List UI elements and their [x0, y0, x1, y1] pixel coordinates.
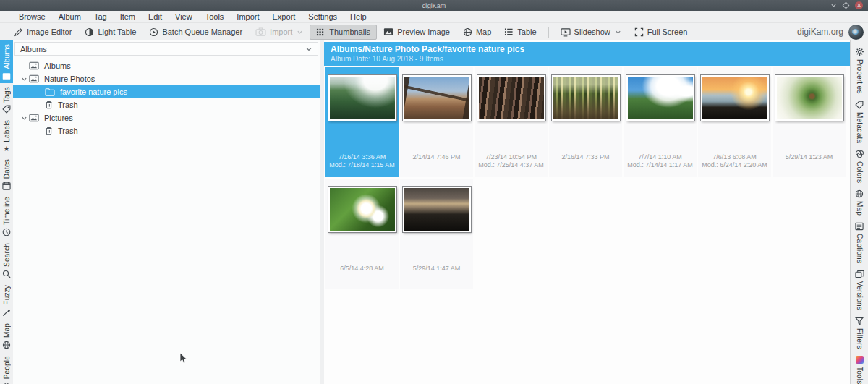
digikam-logo-icon[interactable]	[848, 25, 864, 40]
sidebar-tab-people[interactable]: People	[0, 352, 13, 384]
play-circle-icon	[149, 27, 158, 37]
sidebar-tab-map[interactable]: Map	[0, 320, 13, 352]
window-controls: ✕	[830, 0, 863, 11]
photo-date: 2/14/14 7:46 PM	[400, 153, 473, 161]
menu-settings[interactable]: Settings	[302, 11, 344, 22]
chevron-down-icon[interactable]	[615, 29, 621, 35]
sidebar-tab-tags[interactable]: Tags	[0, 83, 13, 117]
photo-date: 7/6/13 6:08 AM	[698, 153, 771, 161]
close-icon[interactable]: ✕	[855, 1, 863, 9]
photo-tile-mountain-valley[interactable]: 7/16/14 3:36 AMMod.: 7/18/14 1:15 AM	[326, 67, 399, 177]
expander-chevron-icon[interactable]	[19, 76, 29, 82]
right-tab-map[interactable]: Map	[855, 187, 864, 219]
batch-queue-manager-button[interactable]: Batch Queue Manager	[142, 25, 249, 40]
photo-tile-ocean-sunset[interactable]: 7/6/13 6:08 AMMod.: 6/24/14 2:20 AM	[698, 67, 771, 177]
right-tab-metadata[interactable]: Metadata	[855, 98, 864, 147]
meta-icon	[855, 101, 864, 109]
pen-icon	[14, 27, 23, 37]
photo-thumbnail[interactable]	[701, 75, 769, 121]
menu-bar: BrowseAlbumTagItemEditViewToolsImportExp…	[0, 11, 868, 23]
tree-item-trash[interactable]: Trash	[13, 124, 320, 137]
photo-tile-sunlit-forest[interactable]: 2/16/14 7:33 PM	[549, 67, 622, 177]
trash-icon	[45, 101, 53, 109]
tree-item-nature-photos[interactable]: Nature Photos	[13, 72, 320, 85]
album-banner: Albums/Nature Photo Pack/favorite nature…	[324, 42, 850, 66]
menu-item[interactable]: Item	[114, 11, 142, 22]
photo-caption: 5/29/14 1:23 AM	[773, 153, 846, 161]
sidebar-tab-dates[interactable]: Dates	[0, 155, 13, 193]
light-table-button[interactable]: Light Table	[78, 25, 142, 40]
menu-browse[interactable]: Browse	[12, 11, 52, 22]
photo-tile-autumn-trees[interactable]: 2/14/14 7:46 PM	[400, 67, 473, 177]
minimize-icon[interactable]	[830, 2, 837, 9]
menu-import[interactable]: Import	[230, 11, 265, 22]
menu-export[interactable]: Export	[266, 11, 302, 22]
photo-thumbnail[interactable]	[626, 75, 694, 121]
full-screen-button[interactable]: Full Screen	[628, 25, 694, 40]
menu-tag[interactable]: Tag	[88, 11, 114, 22]
photo-thumbnail[interactable]	[328, 75, 396, 121]
slideshow-button[interactable]: Slideshow	[554, 25, 628, 40]
photo-thumbnail[interactable]	[328, 187, 396, 232]
photo-thumbnail[interactable]	[477, 75, 545, 121]
photo-tile-plumeria[interactable]: 6/5/14 4:28 AM	[326, 179, 399, 289]
photo-caption: 7/7/14 1:10 AMMod.: 7/14/14 1:17 AM	[624, 153, 697, 169]
sidebar-tab-timeline[interactable]: Timeline	[0, 193, 13, 239]
thumbnails-button[interactable]: Thumbnails	[310, 25, 377, 40]
image-editor-button[interactable]: Image Editor	[7, 25, 78, 40]
right-tab-versions[interactable]: Versions	[855, 267, 864, 314]
sidebar-tab-label: Labels	[3, 120, 11, 142]
map-button[interactable]: Map	[456, 25, 498, 40]
photo-thumbnail[interactable]	[775, 75, 843, 121]
right-tab-label: Filters	[856, 328, 864, 349]
tree-item-trash[interactable]: Trash	[13, 98, 320, 111]
right-tab-tools[interactable]: Tools	[856, 353, 864, 384]
maximize-icon[interactable]	[843, 3, 848, 8]
photo-modified-date: Mod.: 7/25/14 4:37 AM	[475, 161, 548, 169]
photo-tile-hills-clouds[interactable]: 7/7/14 1:10 AMMod.: 7/14/14 1:17 AM	[624, 67, 697, 177]
photo-thumbnail[interactable]	[552, 75, 620, 121]
menu-edit[interactable]: Edit	[142, 11, 169, 22]
captions-icon	[855, 222, 864, 231]
photo-modified-date: Mod.: 7/14/14 1:17 AM	[624, 161, 697, 169]
right-sidebar-tabs: PropertiesMetadataColorsMapCaptionsVersi…	[850, 40, 868, 384]
photo-thumbnail[interactable]	[403, 187, 471, 232]
gear-icon	[855, 47, 864, 56]
photo-caption: 7/23/14 10:54 PMMod.: 7/25/14 4:37 AM	[475, 153, 548, 169]
photo-tile-dusk-sea[interactable]: 5/29/14 1:47 AM	[400, 179, 473, 289]
main-toolbar: Image Editor Light Table Batch Queue Man…	[0, 23, 868, 40]
tree-item-albums[interactable]: Albums	[13, 59, 320, 72]
right-tab-label: Map	[856, 201, 864, 216]
tree-item-favorite-nature-pics[interactable]: favorite nature pics	[13, 85, 320, 98]
photo-thumbnail[interactable]	[403, 75, 471, 121]
albums-icon	[2, 72, 11, 80]
tree-item-pictures[interactable]: Pictures	[13, 111, 320, 124]
chevron-down-icon[interactable]	[305, 46, 312, 53]
sidebar-tab-search[interactable]: Search	[0, 239, 13, 281]
right-tab-label: Versions	[856, 281, 864, 310]
digikam-org-link[interactable]: digiKam.org	[797, 27, 843, 37]
table-button[interactable]: Table	[498, 25, 542, 39]
expander-chevron-icon[interactable]	[19, 115, 29, 121]
photo-tile-tree-trunks[interactable]: 7/23/14 10:54 PMMod.: 7/25/14 4:37 AM	[475, 67, 548, 177]
right-tab-captions[interactable]: Captions	[855, 219, 864, 267]
menu-help[interactable]: Help	[344, 11, 373, 22]
sidebar-tab-labels[interactable]: Labels★	[0, 116, 13, 155]
menu-album[interactable]: Album	[52, 11, 88, 22]
sidebar-tab-fuzzy[interactable]: Fuzzy	[0, 281, 13, 320]
window-title: digiKam	[422, 2, 446, 9]
right-tab-colors[interactable]: Colors	[855, 147, 864, 187]
photo-caption: 6/5/14 4:28 AM	[326, 265, 399, 273]
menu-tools[interactable]: Tools	[199, 11, 231, 22]
import-button: Import	[249, 25, 310, 39]
menu-view[interactable]: View	[169, 11, 199, 22]
right-tab-filters[interactable]: Filters	[855, 314, 864, 353]
right-tab-properties[interactable]: Properties	[855, 44, 864, 98]
image-icon	[29, 114, 39, 122]
titlebar[interactable]: digiKam ✕	[0, 0, 868, 11]
import-label: Import	[270, 27, 292, 36]
sidebar-tab-albums[interactable]: Albums	[0, 40, 13, 83]
preview-image-button[interactable]: Preview Image	[377, 25, 456, 39]
photo-tile-palm-tree[interactable]: 5/29/14 1:23 AM	[773, 67, 846, 177]
albums-panel-header[interactable]: Albums	[14, 42, 318, 56]
